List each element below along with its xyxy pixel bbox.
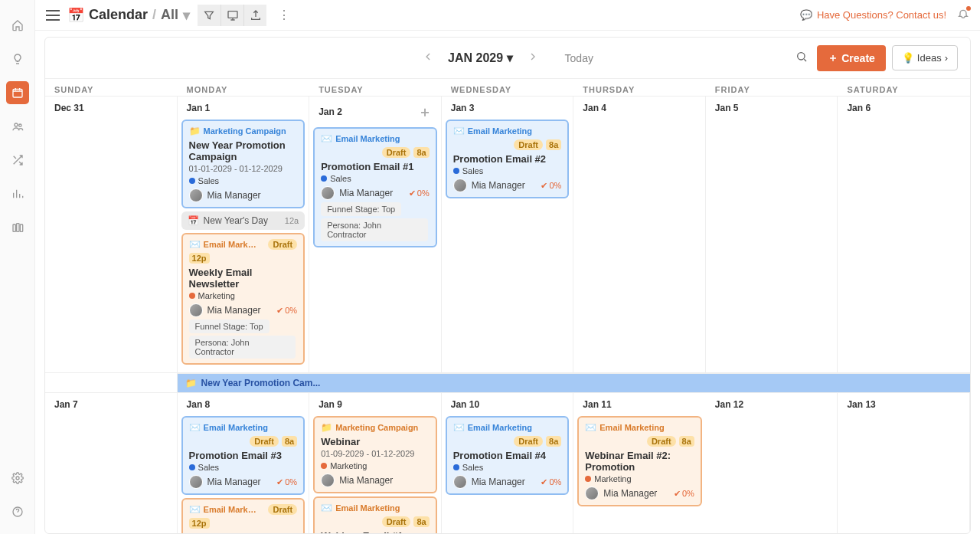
- more-icon[interactable]: ⋮: [274, 5, 294, 25]
- today-button[interactable]: Today: [565, 52, 593, 64]
- svg-rect-3: [13, 224, 15, 231]
- create-button[interactable]: ＋ Create: [817, 45, 886, 71]
- cell-jan9[interactable]: Jan 9 📁Marketing Campaign Webinar 01-09-…: [309, 393, 442, 533]
- date-label: Jan 10: [451, 399, 479, 410]
- calendar-header: JAN 2029 ▾ Today ＋ Create 💡 Ideas ›: [45, 38, 970, 79]
- cell-jan6[interactable]: Jan 6: [838, 97, 970, 373]
- status-badge: Draft: [382, 147, 411, 158]
- crumb-separator: /: [152, 7, 156, 23]
- cell-jan4[interactable]: Jan 4: [573, 97, 706, 373]
- event-category: Email Marketing: [468, 423, 532, 432]
- prev-month-icon[interactable]: [422, 51, 434, 66]
- avatar: [189, 188, 203, 202]
- crumb-view[interactable]: All: [161, 7, 178, 23]
- status-badge: Draft: [250, 436, 279, 447]
- cell-jan12[interactable]: Jan 12: [706, 393, 838, 533]
- event-title: Webinar Email #2: Promotion: [585, 450, 694, 473]
- cell-jan7[interactable]: Jan 7: [45, 393, 178, 533]
- analytics-icon[interactable]: [6, 182, 29, 205]
- progress-pct: ✔0%: [276, 306, 297, 316]
- day-mon: MONDAY: [178, 79, 310, 96]
- share-icon[interactable]: [243, 5, 266, 26]
- crumb-calendar[interactable]: Calendar: [89, 7, 148, 23]
- cell-dec31[interactable]: Dec 31: [45, 97, 178, 373]
- event-time: 12p: [189, 518, 210, 529]
- event-tag: Marketing: [198, 291, 235, 300]
- cell-jan5[interactable]: Jan 5: [706, 97, 838, 373]
- event-category: Email Marketing: [468, 126, 532, 136]
- event-newsletter2[interactable]: ✉️Email Marketi...Draft12p Weekly Email …: [181, 498, 305, 533]
- tag-dot: [321, 175, 327, 182]
- chip: Persona: John Contractor: [189, 336, 296, 359]
- date-label: Jan 7: [48, 393, 174, 413]
- svg-rect-8: [228, 11, 237, 18]
- chip: Funnel Stage: Top: [321, 202, 401, 216]
- cell-jan1[interactable]: Jan 1 📁Marketing Campaign New Year Promo…: [178, 97, 310, 373]
- team-icon[interactable]: [6, 115, 29, 138]
- event-promo4[interactable]: ✉️Email MarketingDraft8a Promotion Email…: [446, 416, 570, 495]
- event-title: Weekly Email Newsletter: [189, 532, 298, 533]
- month-selector[interactable]: JAN 2029 ▾: [448, 51, 513, 65]
- progress-pct: ✔0%: [409, 188, 430, 198]
- span-campaign-bar[interactable]: 📁 New Year Promotion Cam...: [178, 373, 970, 393]
- date-label: Jan 13: [841, 393, 966, 413]
- event-promo1[interactable]: ✉️Email MarketingDraft8a Promotion Email…: [313, 127, 437, 247]
- status-badge: Draft: [514, 436, 543, 447]
- cell-jan11[interactable]: Jan 11 ✉️Email MarketingDraft8a Webinar …: [573, 393, 706, 533]
- event-time: 12p: [189, 253, 210, 264]
- mail-icon: ✉️: [321, 503, 332, 513]
- search-icon[interactable]: [792, 48, 811, 69]
- display-icon[interactable]: [220, 5, 243, 26]
- tag-dot: [453, 168, 459, 174]
- date-label: Jan 12: [709, 393, 835, 413]
- next-month-icon[interactable]: [527, 51, 539, 66]
- cell-jan8[interactable]: Jan 8 ✉️Email MarketingDraft8a Promotion…: [178, 393, 310, 533]
- filter-icon[interactable]: [198, 5, 220, 26]
- tag-dot: [585, 476, 591, 482]
- status-badge: Draft: [514, 139, 543, 150]
- menu-icon[interactable]: [46, 10, 60, 21]
- shuffle-icon[interactable]: [6, 149, 29, 172]
- cell-jan10[interactable]: Jan 10 ✉️Email MarketingDraft8a Promotio…: [442, 393, 574, 533]
- event-newsletter[interactable]: ✉️Email Marketi...Draft12p Weekly Email …: [181, 233, 305, 365]
- notifications-icon[interactable]: [957, 8, 969, 23]
- event-webemail2[interactable]: ✉️Email MarketingDraft8a Webinar Email #…: [577, 416, 702, 506]
- lightbulb-icon[interactable]: [6, 48, 29, 70]
- event-tag: Marketing: [330, 461, 367, 470]
- assets-icon[interactable]: [6, 216, 29, 239]
- home-icon[interactable]: [6, 14, 29, 37]
- cell-jan13[interactable]: Jan 13: [838, 393, 970, 533]
- event-category: Email Marketi...: [204, 505, 257, 514]
- event-promo2[interactable]: ✉️Email MarketingDraft8a Promotion Email…: [446, 120, 570, 198]
- event-campaign[interactable]: 📁Marketing Campaign New Year Promotion C…: [181, 120, 305, 208]
- tag-dot: [321, 463, 327, 469]
- event-time: 8a: [546, 139, 561, 150]
- help-icon[interactable]: [6, 500, 29, 523]
- calendar-nav-icon[interactable]: [6, 81, 29, 104]
- event-category: Marketing Campaign: [335, 423, 418, 432]
- status-badge: Draft: [268, 239, 297, 250]
- add-icon[interactable]: ＋: [418, 103, 432, 121]
- progress-pct: ✔0%: [674, 489, 694, 499]
- cell-jan3[interactable]: Jan 3 ✉️Email MarketingDraft8a Promotion…: [442, 97, 574, 373]
- svg-rect-0: [13, 89, 22, 97]
- date-label: Jan 3: [451, 103, 475, 113]
- event-webinar[interactable]: 📁Marketing Campaign Webinar 01-09-2029 -…: [313, 416, 437, 493]
- event-holiday[interactable]: 📅 New Year's Day 12a: [181, 211, 305, 230]
- svg-point-9: [798, 52, 805, 59]
- cell-jan2[interactable]: Jan 2＋ ✉️Email MarketingDraft8a Promotio…: [309, 97, 442, 373]
- settings-icon[interactable]: [6, 467, 29, 490]
- date-label: Jan 4: [577, 97, 702, 116]
- folder-icon: 📁: [189, 126, 201, 136]
- event-title: Promotion Email #1: [321, 161, 430, 172]
- event-category: Marketing Campaign: [204, 126, 286, 136]
- progress-pct: ✔0%: [541, 181, 561, 191]
- event-promo3[interactable]: ✉️Email MarketingDraft8a Promotion Email…: [181, 416, 305, 495]
- svg-point-6: [16, 477, 19, 480]
- chevron-down-icon[interactable]: ▾: [183, 7, 190, 24]
- event-time: 8a: [282, 436, 297, 447]
- contact-link[interactable]: 💬 Have Questions? Contact us!: [800, 9, 946, 21]
- event-webemail1[interactable]: ✉️Email MarketingDraft8a Webinar Email #…: [313, 496, 437, 533]
- mail-icon: ✉️: [453, 422, 465, 433]
- ideas-button[interactable]: 💡 Ideas ›: [892, 45, 958, 70]
